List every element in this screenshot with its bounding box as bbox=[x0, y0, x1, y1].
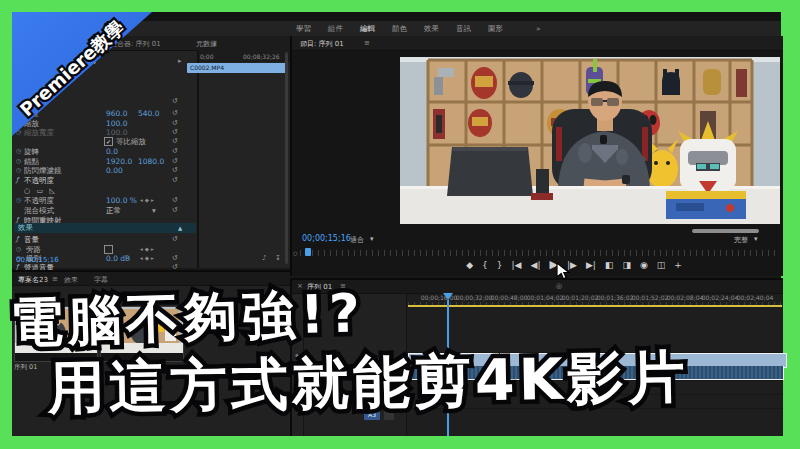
stopwatch-icon[interactable]: ◷ bbox=[16, 157, 21, 164]
stopwatch-icon[interactable]: ◷ bbox=[16, 147, 21, 154]
tab-program-monitor[interactable]: 節目: 序列 01 bbox=[300, 39, 344, 49]
program-timecode[interactable]: 00;00;15;16 bbox=[302, 234, 351, 243]
row-effects-bar: 效果 ▲ bbox=[12, 223, 196, 233]
effects-section-bar[interactable]: 效果 bbox=[14, 223, 196, 233]
export-frame-icon[interactable]: ◉ bbox=[640, 258, 648, 272]
seek-knob-icon[interactable]: ○ bbox=[293, 250, 297, 256]
project-item-caption[interactable]: 序列 01 bbox=[14, 363, 37, 372]
tab-captions[interactable]: 字幕 bbox=[94, 275, 108, 285]
ellipse-mask-icon[interactable]: ○ bbox=[24, 187, 30, 195]
kf-next-icon[interactable]: ▸ bbox=[151, 197, 156, 203]
audio-loop-icon[interactable]: ♪ bbox=[262, 254, 266, 262]
mouse-cursor bbox=[556, 262, 570, 281]
fx-badge-icon[interactable]: ƒ bbox=[16, 176, 18, 184]
row-uniform-scale: ✓ 等比縮放 ↺ bbox=[12, 136, 196, 146]
mark-in-icon[interactable]: { bbox=[482, 258, 488, 272]
value[interactable]: 0.00 bbox=[106, 166, 123, 175]
submenu-arrow-icon[interactable]: ▸ bbox=[178, 57, 182, 65]
timeline-header: × 序列 01 ≡ ◎ bbox=[292, 280, 783, 294]
reset-icon[interactable]: ↺ bbox=[172, 109, 178, 117]
stopwatch-icon[interactable]: ◷ bbox=[16, 166, 21, 173]
reset-icon[interactable]: ↺ bbox=[172, 137, 178, 145]
workspace-tab-editing[interactable]: 編輯 bbox=[360, 24, 375, 34]
panel-splitter[interactable] bbox=[197, 50, 199, 268]
reset-icon[interactable]: ↺ bbox=[172, 128, 178, 136]
row-opacity-header: ƒ 不透明度 ↺ bbox=[12, 175, 196, 185]
kf-next-icon[interactable]: ▸ bbox=[151, 246, 156, 252]
reset-icon[interactable]: ↺ bbox=[172, 147, 178, 155]
row-rotation: ◷ 旋轉 0.0 ↺ bbox=[12, 146, 196, 156]
workspace-tab-learn[interactable]: 學習 bbox=[296, 24, 311, 34]
timeline-playhead-marker[interactable] bbox=[443, 293, 453, 300]
ruler-label: 00;02;40;04 bbox=[725, 294, 785, 301]
reset-icon[interactable]: ↺ bbox=[172, 254, 178, 262]
tab-project[interactable]: 專案名23 bbox=[18, 275, 48, 285]
mini-timeline-ruler[interactable]: 0;00 00;08;32;26 bbox=[199, 50, 290, 62]
row-volume-header: ƒ 音量 ↺ bbox=[12, 234, 196, 244]
transport-controls: ◆ { } |◀ ◀| ▶ |▶ ▶| ◧ ◨ ◉ ◫ + bbox=[424, 257, 724, 273]
mark-out-icon[interactable]: } bbox=[497, 258, 503, 272]
pen-mask-icon[interactable]: ◺ bbox=[50, 187, 55, 195]
monitor-playhead[interactable] bbox=[305, 248, 311, 256]
monitor-seek-ruler[interactable] bbox=[300, 250, 776, 256]
checkbox-checked[interactable]: ✓ bbox=[104, 137, 113, 146]
monitor-zoom-scrollbar[interactable] bbox=[692, 229, 759, 233]
value[interactable]: 100.0 % bbox=[106, 196, 137, 205]
vertical-scrollbar[interactable] bbox=[285, 52, 288, 264]
kf-next-icon[interactable]: ▸ bbox=[151, 255, 156, 261]
workspace-tab-audio[interactable]: 音訊 bbox=[456, 24, 471, 34]
fx-badge-icon[interactable]: ƒ bbox=[16, 235, 18, 243]
stopwatch-icon[interactable]: ◷ bbox=[16, 196, 21, 203]
go-to-out-icon[interactable]: ▶| bbox=[586, 258, 596, 272]
button-editor-icon[interactable]: + bbox=[674, 258, 682, 272]
caret-down-icon: ▾ bbox=[370, 235, 374, 243]
program-monitor-panel: 節目: 序列 01 ≡ bbox=[290, 36, 783, 276]
timeline-settings-icon[interactable]: ◎ bbox=[556, 282, 562, 290]
reset-icon[interactable]: ↺ bbox=[172, 157, 178, 165]
ruler-end-label: 00;08;32;26 bbox=[243, 53, 280, 60]
ruler-start-label: 0;00 bbox=[200, 53, 213, 60]
effect-controls-clip-bar[interactable]: C0002.MP4 bbox=[187, 63, 286, 73]
workspace-tab-effects[interactable]: 效果 bbox=[424, 24, 439, 34]
value-x[interactable]: 960.0 bbox=[106, 109, 127, 118]
add-marker-icon[interactable]: ◆ bbox=[466, 258, 473, 272]
reset-icon[interactable]: ↺ bbox=[172, 235, 178, 243]
zoom-level-select[interactable]: 適合 bbox=[350, 235, 364, 245]
caption-line-1-text: 電腦不夠強!? bbox=[9, 282, 365, 352]
panel-menu-icon[interactable]: ≡ bbox=[364, 39, 370, 47]
program-preview-image bbox=[400, 57, 780, 224]
collapse-icon[interactable]: ▲ bbox=[178, 225, 182, 231]
workspace-tab-color[interactable]: 顏色 bbox=[392, 24, 407, 34]
reset-icon[interactable]: ↺ bbox=[172, 176, 178, 184]
workspace-tab-graphics[interactable]: 圖形 bbox=[488, 24, 503, 34]
workspace-overflow-chevron[interactable]: » bbox=[536, 24, 541, 33]
value-y[interactable]: 540.0 bbox=[138, 109, 159, 118]
effect-controls-timecode[interactable]: 00;00;15;16 bbox=[16, 256, 59, 264]
caret-down-icon: ▾ bbox=[754, 235, 758, 243]
caption-line-2: 用這方式就能剪4K影片 用這方式就能剪4K影片 bbox=[47, 339, 689, 427]
stopwatch-icon[interactable]: ◷ bbox=[16, 245, 21, 252]
tab-metadata[interactable]: 元數據 bbox=[196, 39, 217, 49]
row-opacity-mask-tools: ○ ▭ ◺ bbox=[12, 185, 196, 195]
panel-menu-icon[interactable]: ≡ bbox=[52, 275, 58, 283]
reset-icon[interactable]: ↺ bbox=[172, 97, 178, 105]
lift-icon[interactable]: ◧ bbox=[605, 258, 614, 272]
caret-down-icon[interactable]: ▾ bbox=[152, 206, 156, 215]
extract-icon[interactable]: ◨ bbox=[622, 258, 631, 272]
playback-resolution-select[interactable]: 完整 bbox=[734, 235, 748, 245]
comparison-view-icon[interactable]: ◫ bbox=[657, 258, 666, 272]
reset-icon[interactable]: ↺ bbox=[172, 206, 178, 214]
caption-line-2-text: 用這方式就能剪4K影片 bbox=[47, 343, 689, 420]
render-bar bbox=[408, 305, 782, 307]
reset-icon[interactable]: ↺ bbox=[172, 119, 178, 127]
reset-icon[interactable]: ↺ bbox=[172, 196, 178, 204]
workspace-tab-assembly[interactable]: 組件 bbox=[328, 24, 343, 34]
go-to-in-icon[interactable]: |◀ bbox=[512, 258, 522, 272]
export-icon[interactable]: ↧ bbox=[275, 254, 281, 262]
value[interactable]: 0.0 bbox=[106, 147, 118, 156]
rect-mask-icon[interactable]: ▭ bbox=[37, 187, 44, 195]
step-back-icon[interactable]: ◀| bbox=[531, 258, 541, 272]
thumbnail-frame: 學習 組件 編輯 顏色 效果 音訊 圖形 » 效果控制 ≡ 音軌混合器: 序列 … bbox=[0, 0, 800, 449]
tab-effects[interactable]: 效果 bbox=[64, 275, 78, 285]
reset-icon[interactable]: ↺ bbox=[172, 166, 178, 174]
